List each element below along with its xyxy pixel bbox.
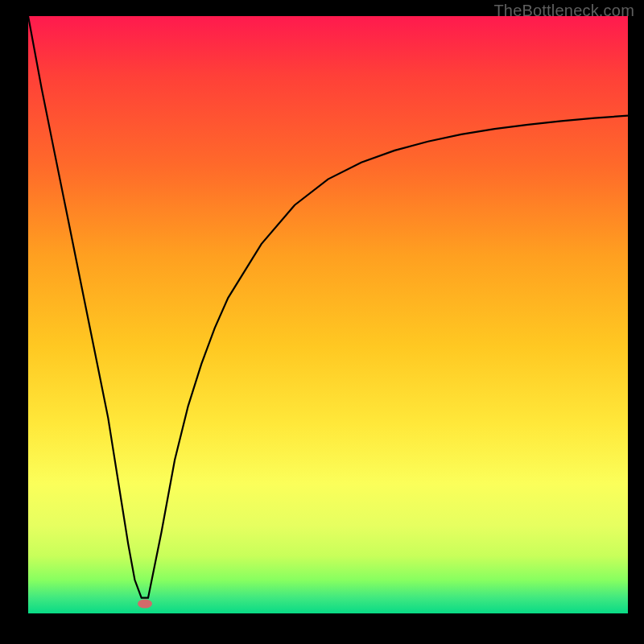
x-axis-line	[28, 613, 628, 616]
curve-svg	[28, 16, 628, 616]
plot-area	[28, 16, 628, 616]
bottleneck-curve	[28, 16, 628, 598]
chart-stage: TheBottleneck.com	[0, 0, 644, 644]
minimum-point-marker	[138, 600, 152, 609]
